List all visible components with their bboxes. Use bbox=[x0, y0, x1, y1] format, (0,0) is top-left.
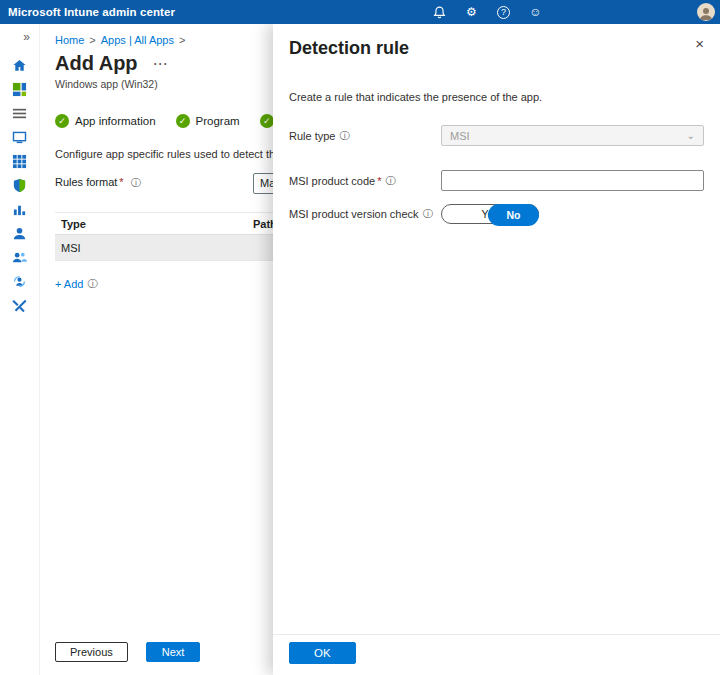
sidebar-item-devices[interactable] bbox=[7, 130, 33, 145]
avatar[interactable] bbox=[697, 3, 715, 21]
step-app-information[interactable]: ✓ App information bbox=[55, 114, 156, 128]
close-icon[interactable]: × bbox=[695, 36, 704, 51]
step-program[interactable]: ✓ Program bbox=[176, 114, 240, 128]
info-icon[interactable]: ⓘ bbox=[386, 174, 396, 188]
required-mark: * bbox=[377, 175, 381, 187]
sidebar-collapse-button[interactable]: » bbox=[0, 24, 39, 46]
rules-format-label: Rules format bbox=[55, 176, 117, 188]
check-icon: ✓ bbox=[55, 114, 69, 128]
sidebar-item-tenant-administration[interactable] bbox=[7, 274, 33, 289]
sidebar-item-dashboard[interactable] bbox=[7, 82, 33, 97]
previous-button[interactable]: Previous bbox=[55, 642, 128, 662]
add-rule-link[interactable]: + Add bbox=[55, 278, 83, 290]
panel-description: Create a rule that indicates the presenc… bbox=[289, 91, 704, 103]
column-type: Type bbox=[55, 218, 253, 230]
product-code-label: MSI product code bbox=[289, 175, 375, 187]
chevron-down-icon: ⌄ bbox=[687, 130, 695, 141]
rule-type-label: Rule type bbox=[289, 130, 335, 142]
topbar: Microsoft Intune admin center ⚙ ? ☺ bbox=[0, 0, 720, 24]
product-code-input[interactable] bbox=[441, 170, 704, 191]
topbar-icons: ⚙ ? ☺ bbox=[432, 0, 543, 24]
sidebar-item-users[interactable] bbox=[7, 226, 33, 241]
detection-rule-panel: × Detection rule Create a rule that indi… bbox=[273, 24, 720, 675]
tenant-admin-icon bbox=[12, 274, 27, 289]
notifications-icon[interactable] bbox=[432, 5, 447, 20]
required-mark: * bbox=[119, 176, 123, 188]
wizard-footer: Previous Next bbox=[55, 642, 200, 662]
breadcrumb-separator: > bbox=[179, 34, 185, 46]
breadcrumb-separator: > bbox=[89, 34, 95, 46]
ok-button[interactable]: OK bbox=[289, 642, 356, 664]
sidebar-item-groups[interactable] bbox=[7, 250, 33, 265]
people-icon bbox=[12, 250, 27, 265]
breadcrumb-home[interactable]: Home bbox=[55, 34, 84, 46]
sidebar-item-reports[interactable] bbox=[7, 202, 33, 217]
app-title[interactable]: Microsoft Intune admin center bbox=[8, 6, 175, 18]
info-icon: ⓘ bbox=[87, 277, 97, 291]
user-icon bbox=[12, 226, 27, 241]
settings-icon[interactable]: ⚙ bbox=[464, 5, 479, 20]
sidebar-nav bbox=[0, 58, 39, 313]
apps-grid-icon bbox=[12, 154, 27, 169]
rule-type-row: Rule type ⓘ MSI ⌄ bbox=[289, 125, 704, 146]
step-label: Program bbox=[196, 115, 240, 127]
feedback-icon[interactable]: ☺ bbox=[528, 5, 543, 20]
rule-type-dropdown[interactable]: MSI ⌄ bbox=[441, 125, 704, 146]
home-icon bbox=[12, 58, 27, 73]
version-check-toggle[interactable]: Yes No bbox=[441, 204, 539, 224]
info-icon[interactable]: ⓘ bbox=[339, 129, 349, 143]
step-label: App information bbox=[75, 115, 156, 127]
more-menu-button[interactable]: ··· bbox=[154, 57, 169, 71]
shield-icon bbox=[12, 178, 27, 193]
rule-type-value: MSI bbox=[450, 130, 470, 142]
page-title: Add App bbox=[55, 52, 138, 75]
cell-type: MSI bbox=[55, 242, 253, 254]
check-icon: ✓ bbox=[176, 114, 190, 128]
sidebar: » bbox=[0, 24, 40, 675]
panel-title: Detection rule bbox=[289, 38, 704, 59]
version-check-label: MSI product version check bbox=[289, 208, 419, 220]
breadcrumb-apps-all-apps[interactable]: Apps | All Apps bbox=[101, 34, 174, 46]
monitor-icon bbox=[12, 130, 27, 145]
bar-chart-icon bbox=[12, 202, 27, 217]
product-code-row: MSI product code* ⓘ bbox=[289, 170, 704, 191]
info-icon[interactable]: ⓘ bbox=[423, 207, 433, 221]
check-icon: ✓ bbox=[260, 114, 274, 128]
sidebar-item-endpoint-security[interactable] bbox=[7, 178, 33, 193]
help-icon[interactable]: ? bbox=[496, 5, 511, 20]
troubleshoot-icon bbox=[12, 298, 27, 313]
toggle-no[interactable]: No bbox=[488, 204, 539, 226]
list-icon bbox=[12, 106, 27, 121]
version-check-row: MSI product version check ⓘ Yes No bbox=[289, 204, 704, 224]
sidebar-item-troubleshooting[interactable] bbox=[7, 298, 33, 313]
sidebar-item-apps[interactable] bbox=[7, 154, 33, 169]
sidebar-item-all-services[interactable] bbox=[7, 106, 33, 121]
next-button[interactable]: Next bbox=[146, 642, 201, 662]
panel-divider bbox=[273, 634, 720, 635]
dashboard-icon bbox=[12, 82, 27, 97]
sidebar-item-home[interactable] bbox=[7, 58, 33, 73]
info-icon[interactable]: ⓘ bbox=[131, 177, 141, 188]
